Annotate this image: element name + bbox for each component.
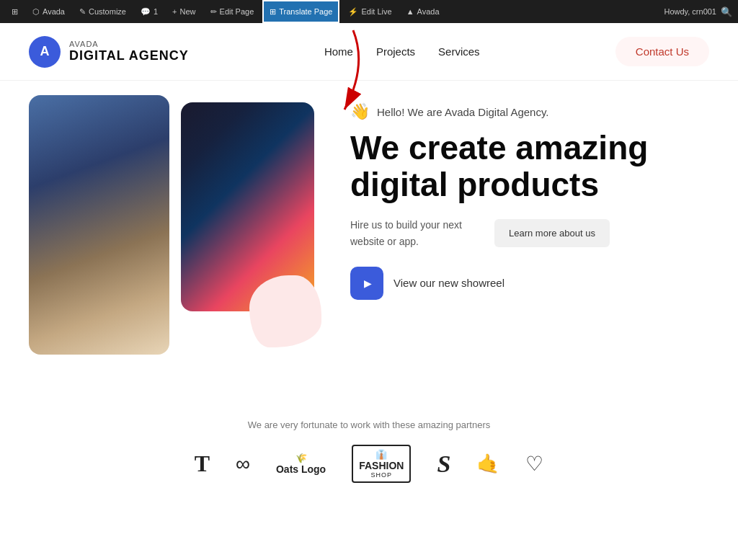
- nav-home[interactable]: Home: [324, 45, 353, 58]
- comment-icon: 💬: [141, 7, 151, 17]
- hero-images: [29, 95, 314, 355]
- nav-links: Home Projects Services: [324, 45, 480, 58]
- navbar: A Avada DIGITAL AGENCY Home Projects Ser…: [0, 23, 738, 81]
- partners-section: We are very fortunate to work with these…: [29, 419, 709, 483]
- hero-greeting: 👋 Hello! We are Avada Digital Agency.: [350, 102, 709, 121]
- admin-bar: ⊞ ⬡ Avada ✎ Customize 💬 1 + New ✏ Edit P…: [0, 0, 738, 23]
- logo-main-text: DIGITAL AGENCY: [69, 48, 189, 63]
- admin-search-icon[interactable]: 🔍: [721, 6, 732, 17]
- hero-section: 👋 Hello! We are Avada Digital Agency. We…: [29, 95, 709, 398]
- partner-logo-6[interactable]: 🤙: [476, 453, 499, 475]
- hero-subtitle: Hire us to build your next website or ap…: [350, 217, 480, 249]
- wp-icon: ⊞: [12, 7, 18, 17]
- hero-image-people: [29, 95, 169, 355]
- nav-services[interactable]: Services: [438, 45, 480, 58]
- showreel-row: View our new showreel: [350, 267, 709, 300]
- nav-projects[interactable]: Projects: [376, 45, 415, 58]
- partner-logo-2[interactable]: ∞: [236, 453, 250, 476]
- admin-howdy: Howdy, crn001 🔍: [664, 6, 732, 17]
- learn-more-button[interactable]: Learn more about us: [494, 219, 610, 247]
- edit-page-icon: ✏: [210, 7, 217, 17]
- admin-wp-logo[interactable]: ⊞: [6, 0, 24, 23]
- logo-area: A Avada DIGITAL AGENCY: [29, 36, 189, 68]
- partners-heading: We are very fortunate to work with these…: [29, 419, 709, 430]
- avada2-icon: ▲: [406, 7, 414, 16]
- hero-text-area: 👋 Hello! We are Avada Digital Agency. We…: [329, 95, 709, 300]
- logo-top-text: Avada: [69, 40, 189, 48]
- avada-icon: ⬡: [32, 7, 40, 17]
- admin-comments-item[interactable]: 💬 1: [135, 0, 164, 23]
- play-button[interactable]: [350, 267, 383, 300]
- greeting-emoji: 👋: [350, 102, 370, 121]
- plus-icon: +: [172, 7, 177, 16]
- greeting-text: Hello! We are Avada Digital Agency.: [377, 106, 548, 118]
- logo-icon: A: [29, 36, 61, 68]
- translate-icon: ⊞: [270, 7, 276, 17]
- admin-edit-page-item[interactable]: ✏ Edit Page: [205, 0, 260, 23]
- admin-translate-page-item[interactable]: ⊞ Translate Page: [262, 0, 339, 23]
- admin-avada-item[interactable]: ⬡ Avada: [27, 0, 71, 23]
- showreel-link[interactable]: View our new showreel: [394, 277, 504, 289]
- hero-title: We create amazing digital products: [350, 130, 709, 203]
- partner-logo-4[interactable]: 👔 FASHION SHOP: [352, 445, 411, 483]
- edit-live-icon: ⚡: [348, 7, 358, 17]
- partner-logo-7[interactable]: ♡: [525, 452, 543, 476]
- logo-text: Avada DIGITAL AGENCY: [69, 40, 189, 63]
- partner-logo-5[interactable]: S: [437, 450, 450, 478]
- admin-new-item[interactable]: + New: [166, 0, 201, 23]
- blob-decoration: [249, 275, 321, 347]
- customize-icon: ✎: [79, 7, 86, 17]
- main-content: 👋 Hello! We are Avada Digital Agency. We…: [0, 81, 738, 560]
- partner-logo-1[interactable]: T: [195, 450, 210, 477]
- admin-edit-live-item[interactable]: ⚡ Edit Live: [342, 0, 397, 23]
- admin-avada2-item[interactable]: ▲ Avada: [401, 0, 445, 23]
- admin-customize-item[interactable]: ✎ Customize: [74, 0, 132, 23]
- partner-logos: T ∞ 🌾 Oats Logo 👔 FASHION SHOP S 🤙 ♡: [29, 445, 709, 483]
- hero-subtitle-row: Hire us to build your next website or ap…: [350, 217, 709, 249]
- contact-us-button[interactable]: Contact Us: [615, 37, 709, 66]
- partner-logo-3[interactable]: 🌾 Oats Logo: [276, 453, 326, 475]
